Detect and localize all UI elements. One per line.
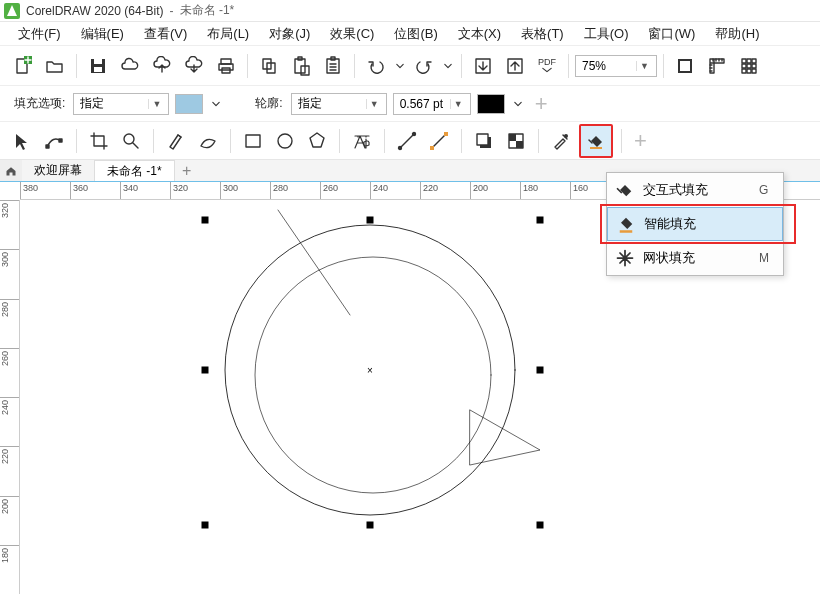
menu-bitmap[interactable]: 位图(B) (394, 25, 437, 43)
selection-handle[interactable] (202, 217, 209, 224)
flyout-item-shortcut: G (759, 183, 775, 197)
flyout-interactive-fill[interactable]: 交互式填充 G (607, 173, 783, 207)
redo-button[interactable] (409, 51, 439, 81)
menu-table[interactable]: 表格(T) (521, 25, 564, 43)
selection-handle[interactable] (537, 522, 544, 529)
separator (247, 54, 248, 78)
add-icon[interactable]: + (531, 91, 552, 117)
freehand-tool[interactable] (162, 127, 190, 155)
redo-dropdown[interactable] (441, 51, 455, 81)
menu-effect[interactable]: 效果(C) (330, 25, 374, 43)
crop-tool[interactable] (85, 127, 113, 155)
clipboard-button[interactable] (318, 51, 348, 81)
menu-text[interactable]: 文本(X) (458, 25, 501, 43)
flyout-item-label: 交互式填充 (643, 181, 751, 199)
home-tab[interactable] (0, 160, 22, 181)
new-tab-button[interactable]: + (175, 160, 199, 181)
ruler-tick: 280 (273, 183, 288, 193)
rulers-button[interactable] (702, 51, 732, 81)
print-button[interactable] (211, 51, 241, 81)
chevron-down-icon[interactable]: ▼ (450, 99, 466, 109)
chevron-down-icon[interactable]: ▼ (366, 99, 382, 109)
separator (384, 129, 385, 153)
menu-layout[interactable]: 布局(L) (207, 25, 249, 43)
svg-point-32 (278, 134, 292, 148)
fill-color-dropdown[interactable] (209, 89, 223, 119)
outline-color-swatch[interactable] (477, 94, 505, 114)
polygon-tool[interactable] (303, 127, 331, 155)
ruler-tick: 220 (0, 449, 18, 464)
menu-view[interactable]: 查看(V) (144, 25, 187, 43)
fill-mode-input[interactable] (74, 94, 148, 114)
fill-mode-combo[interactable]: ▼ (73, 93, 169, 115)
zoom-input[interactable] (576, 56, 636, 76)
flyout-mesh-fill[interactable]: 网状填充 M (607, 241, 783, 275)
menu-object[interactable]: 对象(J) (269, 25, 310, 43)
center-marker: × (367, 365, 373, 376)
rectangle-tool[interactable] (239, 127, 267, 155)
svg-rect-31 (246, 135, 260, 147)
svg-line-46 (278, 210, 350, 315)
outline-width-combo[interactable]: ▼ (393, 93, 471, 115)
publish-pdf-button[interactable]: PDF (532, 51, 562, 81)
svg-point-34 (413, 132, 416, 135)
text-tool[interactable] (348, 127, 376, 155)
ellipse-tool[interactable] (271, 127, 299, 155)
toolbox-add-icon[interactable]: + (630, 128, 651, 154)
menu-file[interactable]: 文件(F) (18, 25, 61, 43)
tab-document[interactable]: 未命名 -1* (95, 160, 175, 181)
zoom-combo[interactable]: ▼ (575, 55, 657, 77)
selection-handle[interactable] (537, 217, 544, 224)
outline-width-input[interactable] (394, 94, 450, 114)
pick-tool[interactable] (8, 127, 36, 155)
separator (461, 54, 462, 78)
export-button[interactable] (500, 51, 530, 81)
separator (621, 129, 622, 153)
undo-button[interactable] (361, 51, 391, 81)
dimension-tool[interactable] (393, 127, 421, 155)
undo-dropdown[interactable] (393, 51, 407, 81)
cloud-button[interactable] (115, 51, 145, 81)
menu-edit[interactable]: 编辑(E) (81, 25, 124, 43)
new-button[interactable] (8, 51, 38, 81)
import-button[interactable] (468, 51, 498, 81)
open-button[interactable] (40, 51, 70, 81)
cloud-up-button[interactable] (147, 51, 177, 81)
transparency-tool[interactable] (502, 127, 530, 155)
chevron-down-icon[interactable]: ▼ (636, 61, 652, 71)
drop-shadow-tool[interactable] (470, 127, 498, 155)
tab-welcome[interactable]: 欢迎屏幕 (22, 160, 95, 181)
zoom-tool[interactable] (117, 127, 145, 155)
copy-button[interactable] (254, 51, 284, 81)
selection-handle[interactable] (367, 522, 374, 529)
outline-mode-combo[interactable]: ▼ (291, 93, 387, 115)
grid-button[interactable] (734, 51, 764, 81)
outline-color-dropdown[interactable] (511, 89, 525, 119)
connector-tool[interactable] (425, 127, 453, 155)
svg-rect-25 (742, 69, 746, 73)
eyedropper-tool[interactable] (547, 127, 575, 155)
svg-rect-47 (620, 230, 633, 233)
fullscreen-button[interactable] (670, 51, 700, 81)
menu-tools[interactable]: 工具(O) (584, 25, 629, 43)
selection-handle[interactable] (367, 217, 374, 224)
svg-rect-20 (747, 59, 751, 63)
smart-fill-tool[interactable] (579, 124, 613, 158)
flyout-smart-fill[interactable]: 智能填充 (607, 207, 783, 241)
menu-window[interactable]: 窗口(W) (648, 25, 695, 43)
vertical-ruler[interactable]: 320 300 280 260 240 220 200 180 (0, 200, 20, 594)
svg-rect-18 (680, 61, 690, 71)
selection-handle[interactable] (202, 522, 209, 529)
chevron-down-icon[interactable]: ▼ (148, 99, 164, 109)
artistic-media-tool[interactable] (194, 127, 222, 155)
save-button[interactable] (83, 51, 113, 81)
cloud-down-button[interactable] (179, 51, 209, 81)
paste-button[interactable] (286, 51, 316, 81)
selection-handle[interactable] (537, 367, 544, 374)
selection-handle[interactable] (202, 367, 209, 374)
outline-mode-input[interactable] (292, 94, 366, 114)
shape-tool[interactable] (40, 127, 68, 155)
fill-color-swatch[interactable] (175, 94, 203, 114)
svg-rect-35 (430, 146, 434, 150)
menu-help[interactable]: 帮助(H) (715, 25, 759, 43)
